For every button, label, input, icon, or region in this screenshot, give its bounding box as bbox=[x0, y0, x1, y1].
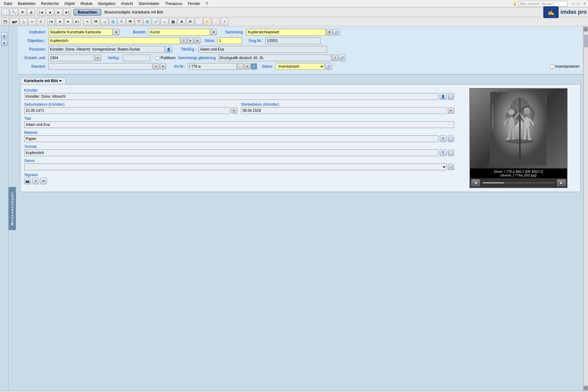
menu-thesaurus[interactable]: Thesaurus bbox=[162, 1, 185, 6]
technik-t-btn[interactable]: T bbox=[440, 149, 446, 156]
invnr-input[interactable] bbox=[188, 63, 237, 70]
karteikarte-tab[interactable]: Karteikarte mit Bild ✏ bbox=[20, 77, 66, 84]
link-btn[interactable]: ⚓ bbox=[20, 18, 28, 25]
technik-comment-btn[interactable]: 💬 bbox=[448, 149, 454, 156]
globe-btn[interactable]: 🌐 bbox=[109, 18, 117, 25]
publikum-checkbox[interactable] bbox=[155, 56, 159, 60]
nav-first-button[interactable]: |◄ bbox=[37, 9, 45, 16]
graph2-btn[interactable]: 📈 bbox=[212, 18, 220, 25]
first-btn[interactable]: |◄ bbox=[47, 18, 55, 25]
edit-btn[interactable]: ✏ bbox=[83, 18, 91, 25]
minimize-button[interactable]: – bbox=[571, 2, 575, 6]
export-btn[interactable]: ↗ bbox=[221, 18, 228, 25]
kuenstler-comment-btn[interactable]: 💬 bbox=[448, 93, 454, 100]
scroll-thumb[interactable] bbox=[584, 35, 588, 47]
settings-button[interactable]: 👁 bbox=[18, 9, 26, 16]
map2-btn[interactable]: 🗺 bbox=[126, 18, 134, 25]
refresh-btn[interactable]: ↻ bbox=[118, 18, 126, 25]
menu-datei[interactable]: Datei bbox=[1, 1, 15, 6]
open-button[interactable]: 🔧 bbox=[10, 9, 18, 16]
search-input[interactable] bbox=[518, 1, 567, 6]
last-btn[interactable]: ►| bbox=[73, 18, 81, 25]
nav-last-button[interactable]: ►| bbox=[63, 9, 71, 16]
menu-recherche[interactable]: Recherche bbox=[39, 1, 61, 6]
bereich-dropdown-btn[interactable]: ▼ bbox=[211, 29, 217, 35]
cal-btn[interactable]: 📅 bbox=[135, 18, 143, 25]
signatur-camera-btn[interactable]: 📷 bbox=[24, 178, 31, 184]
signatur-edit2-btn[interactable]: ✏ bbox=[40, 178, 47, 184]
next-btn2[interactable]: ► bbox=[64, 18, 72, 25]
material-t-btn[interactable]: T bbox=[440, 135, 446, 142]
invnr-H-btn[interactable]: H bbox=[244, 63, 250, 70]
print-button[interactable]: 🖨 bbox=[27, 9, 35, 16]
obj-link-btn[interactable]: H bbox=[194, 38, 200, 44]
inventarisieren-checkbox[interactable] bbox=[550, 65, 554, 69]
save-btn[interactable]: 💾 bbox=[1, 18, 9, 25]
close-button[interactable]: × bbox=[582, 2, 587, 6]
genre-select[interactable] bbox=[24, 164, 447, 170]
sammlung-link-btn[interactable]: 🔗 bbox=[333, 29, 340, 36]
chart-btn[interactable]: 📊 bbox=[100, 18, 108, 25]
menu-stammdaten[interactable]: Stammdaten bbox=[136, 1, 162, 6]
menu-help[interactable]: ? bbox=[203, 1, 210, 6]
eingnr-input[interactable] bbox=[265, 37, 320, 44]
sg-link-btn[interactable]: 🔗 bbox=[339, 55, 345, 61]
status-select[interactable]: Inventarisiert bbox=[276, 63, 325, 70]
copy-btn[interactable]: ⎘ bbox=[37, 18, 45, 25]
personen-person-btn[interactable]: 👤 bbox=[165, 46, 172, 53]
status-link-btn[interactable]: 🔗 bbox=[325, 63, 332, 70]
nav-next-button[interactable]: ► bbox=[55, 9, 62, 16]
genre-link-btn[interactable]: 🔗 bbox=[448, 164, 454, 170]
doc-btn[interactable]: 📄 bbox=[195, 18, 203, 25]
signatur-x-btn[interactable]: ✕ bbox=[32, 178, 39, 184]
music-btn[interactable]: ♪ bbox=[160, 18, 168, 25]
prev-btn[interactable]: ◄ bbox=[56, 18, 64, 25]
kuenstler-person-btn[interactable]: 👤 bbox=[440, 93, 446, 100]
word-btn[interactable]: W bbox=[186, 18, 194, 25]
globe2-btn[interactable]: 🌐 bbox=[143, 18, 151, 25]
material-input[interactable] bbox=[24, 135, 439, 142]
menu-objekt[interactable]: Objekt bbox=[62, 1, 77, 6]
image-next-btn[interactable]: ► bbox=[557, 179, 566, 186]
menu-navigation[interactable]: Navigation bbox=[96, 1, 118, 6]
sammlung-input[interactable] bbox=[246, 29, 326, 36]
titel-input[interactable] bbox=[24, 121, 454, 128]
maximize-button[interactable]: □ bbox=[576, 2, 581, 6]
image-prev-btn[interactable]: ◄ bbox=[471, 179, 480, 186]
new-button[interactable]: 📄 bbox=[1, 9, 9, 16]
technik-input[interactable] bbox=[24, 149, 439, 156]
bereich-input[interactable] bbox=[149, 29, 210, 36]
menu-bearbeiten[interactable]: Bearbeiten bbox=[15, 1, 38, 6]
camera-btn[interactable]: 📷▾ bbox=[10, 18, 19, 25]
sterbedatum-input[interactable] bbox=[241, 107, 447, 114]
monitor-btn[interactable]: 🖥 bbox=[178, 18, 186, 25]
institution-input[interactable] bbox=[48, 29, 113, 36]
verfug-input[interactable] bbox=[123, 55, 150, 61]
sg-t-btn[interactable]: T bbox=[332, 55, 338, 61]
titeleig-input[interactable] bbox=[198, 46, 327, 53]
institution-dropdown-btn[interactable]: ▼ bbox=[113, 29, 119, 35]
geburtsdatum-input[interactable] bbox=[24, 107, 230, 114]
standort-input[interactable] bbox=[48, 63, 153, 70]
menu-fenster[interactable]: Fenster bbox=[185, 1, 203, 6]
scroll-up-btn[interactable]: ▲ bbox=[584, 27, 588, 31]
menu-module[interactable]: Module bbox=[78, 1, 95, 6]
nav-up-arrow[interactable]: ▲ bbox=[1, 32, 7, 39]
nav-prev-button[interactable]: ◄ bbox=[46, 9, 54, 16]
nav-down-arrow[interactable]: ▼ bbox=[1, 40, 7, 46]
objektbez-input[interactable] bbox=[48, 37, 180, 44]
cut-btn[interactable]: ✂ bbox=[28, 18, 36, 25]
link3-btn[interactable]: 🔗 bbox=[152, 18, 160, 25]
museumsobjekt-tab[interactable]: Museumsobjekt bbox=[9, 187, 16, 230]
entstehzeit-edit-btn[interactable]: ✏ bbox=[95, 55, 101, 61]
tab-edit-icon[interactable]: ✏ bbox=[59, 79, 62, 83]
sterbedatum-edit-btn[interactable]: ✏ bbox=[448, 107, 454, 114]
stueck-input[interactable] bbox=[217, 37, 242, 44]
folder-btn[interactable]: 📂 bbox=[203, 18, 211, 25]
sammlung-dropdown-btn[interactable]: ▼ bbox=[326, 29, 333, 35]
film-btn[interactable]: 🎬 bbox=[169, 18, 177, 25]
invnr-blank-btn[interactable] bbox=[237, 63, 243, 70]
personen-input[interactable] bbox=[48, 46, 165, 53]
geburtsdatum-edit-btn[interactable]: ✏ bbox=[232, 107, 237, 114]
scroll-down-btn[interactable]: ▼ bbox=[584, 386, 588, 390]
